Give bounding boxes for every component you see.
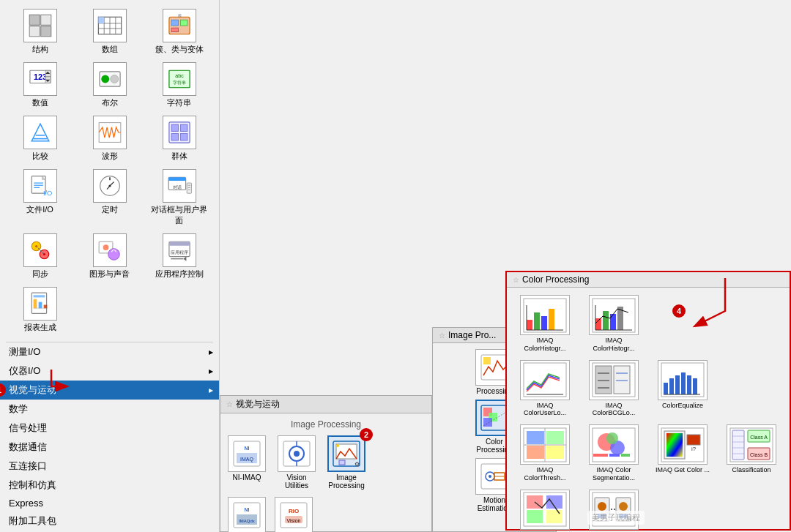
cluster-label: 簇、类与变体 xyxy=(155,44,204,55)
group-label: 群体 xyxy=(171,151,187,162)
menu-vision-motion[interactable]: 视觉与运动 ▶ 1 xyxy=(0,381,219,400)
svg-rect-112 xyxy=(534,312,540,330)
icon-numeric[interactable]: 123 数值 xyxy=(6,59,74,111)
svg-text:I/O: I/O xyxy=(42,189,52,197)
svg-rect-144 xyxy=(527,446,544,459)
addons-label: 附加工具包 xyxy=(9,514,56,528)
waveform-icon-box xyxy=(93,116,127,149)
badge-4: 4 xyxy=(672,304,686,318)
svg-text:⚙: ⚙ xyxy=(354,461,360,468)
icon-timing[interactable]: 定时 xyxy=(75,166,144,229)
vm-icon-imgproc[interactable]: ⚙ ImageProcessing 2 xyxy=(326,434,367,491)
svg-text:簇: 簇 xyxy=(177,13,181,18)
icon-cluster[interactable]: 簇 簇、类与变体 xyxy=(145,6,213,58)
icon-dialog[interactable]: 对话 对话框与用户界面 xyxy=(145,166,213,229)
cp-colorequalize[interactable]: ColorEqualize xyxy=(650,359,715,419)
appcontrol-label: 应用程序控制 xyxy=(155,269,204,280)
menu-interconnect[interactable]: 互连接口 xyxy=(0,457,219,476)
cp-colorthresh[interactable]: IMAQ ColorThresh... xyxy=(513,423,577,484)
icon-report[interactable]: 报表生成 xyxy=(6,284,74,336)
menu-express[interactable]: Express xyxy=(0,495,219,512)
vm-icon-visionrio[interactable]: RIO Vision Vision RIO xyxy=(273,495,314,532)
icon-appcontrol[interactable]: 应用程序 应用程序控制 xyxy=(145,231,213,282)
icon-sync[interactable]: 同步 xyxy=(6,231,74,282)
vm-icon-visionutil[interactable]: Vision Utilities xyxy=(273,434,320,491)
menu-arrow: ▶ xyxy=(209,368,213,375)
imgproc-label: ImageProcessing xyxy=(328,473,364,490)
coloruserlo-icon xyxy=(520,360,570,400)
svg-rect-88 xyxy=(339,460,345,465)
cp-colorbcglo[interactable]: IMAQ ColorBCGLo... xyxy=(582,359,646,419)
svg-rect-14 xyxy=(171,28,178,31)
cp-colormatch[interactable]: ? IMAQ ColorMatch xyxy=(582,488,646,532)
svg-rect-34 xyxy=(171,124,178,131)
waveform-label: 波形 xyxy=(102,151,118,162)
cp-colorhistog1[interactable]: IMAQ ColorHistogr... xyxy=(513,293,577,354)
string-icon-box: abc 字符串 xyxy=(163,62,196,96)
svg-rect-158 xyxy=(666,433,683,457)
cp-classification[interactable]: Class A Class B Classification xyxy=(719,423,784,484)
cp-getcolor[interactable]: i? IMAQ Get Color ... xyxy=(650,423,715,484)
icon-struct[interactable]: 结构 xyxy=(6,6,74,58)
watermark: 美男子玩编程 xyxy=(587,511,645,525)
badge-1: 1 xyxy=(0,383,6,397)
svg-rect-139 xyxy=(687,375,691,394)
cp-colorlearn[interactable]: IMAQ ColorLearn xyxy=(513,488,577,532)
sync-icon-box xyxy=(23,233,57,267)
cp-coloruserlo[interactable]: IMAQ ColorUserLo... xyxy=(513,359,577,419)
report-label: 报表生成 xyxy=(24,322,56,333)
icon-fileio[interactable]: I/O 文件I/O xyxy=(6,166,74,229)
svg-rect-135 xyxy=(664,383,668,394)
vm-icons-row-2: NI IMAQdx NI-IMAQdx RIO Vision Visi xyxy=(226,495,426,532)
svg-rect-145 xyxy=(546,431,564,444)
menu-signal-processing[interactable]: 信号处理 xyxy=(0,419,219,438)
menu-measurement-io[interactable]: 测量I/O ▶ xyxy=(0,342,219,361)
icon-waveform[interactable]: 波形 xyxy=(75,113,144,165)
menu-instrument-io[interactable]: 仪器I/O ▶ xyxy=(0,361,219,381)
color-proc-header: ☆ Color Processing xyxy=(507,272,790,288)
colorhistog2-icon xyxy=(589,295,639,335)
struct-label: 结构 xyxy=(32,44,48,55)
svg-rect-1 xyxy=(40,15,51,25)
cluster-icon-box: 簇 xyxy=(163,9,196,42)
vm-icon-niimaqx[interactable]: NI IMAQdx NI-IMAQdx xyxy=(226,495,267,532)
menu-arrow: ▶ xyxy=(209,387,213,394)
svg-rect-114 xyxy=(549,309,554,330)
svg-rect-138 xyxy=(681,372,686,394)
menu-math[interactable]: 数学 xyxy=(0,400,219,419)
appcontrol-icon-box: 应用程序 xyxy=(163,233,196,267)
icon-string[interactable]: abc 字符串 字符串 xyxy=(145,59,213,111)
cp-colorseg[interactable]: IMAQ Color Segmentatio... xyxy=(582,423,646,484)
sync-label: 同步 xyxy=(32,269,48,280)
svg-point-83 xyxy=(294,451,300,457)
icon-array[interactable]: 数组 xyxy=(75,6,144,58)
vm-section-label: Image Processing xyxy=(226,419,426,430)
menu-control-sim[interactable]: 控制和仿真 xyxy=(0,476,219,495)
svg-rect-154 xyxy=(609,454,620,457)
numeric-icon-box: 123 xyxy=(23,62,57,96)
color-proc-content: IMAQ ColorHistogr... IMAQ ColorHistogr..… xyxy=(507,288,790,532)
cp-colorhistog2[interactable]: IMAQ ColorHistogr... xyxy=(582,293,646,354)
graphics-label: 图形与声音 xyxy=(89,269,130,280)
svg-text:IMAQdx: IMAQdx xyxy=(239,519,255,523)
timing-icon-box xyxy=(93,169,127,203)
icon-compare[interactable]: 比较 xyxy=(6,113,74,165)
colorthresh-label: IMAQ ColorThresh... xyxy=(518,466,573,482)
img-proc-title: Image Pro... xyxy=(448,330,496,340)
interconnect-label: 互连接口 xyxy=(9,460,47,473)
vm-icon-niimaq[interactable]: NI IMAQ NI-IMAQ xyxy=(226,434,267,491)
vm-panel-header: ☆ 视觉与运动 xyxy=(220,396,431,413)
menu-data-comm[interactable]: 数据通信 xyxy=(0,438,219,457)
instrument-io-label: 仪器I/O xyxy=(9,364,40,378)
color-proc-panel: ☆ Color Processing IMAQ ColorHistogr... xyxy=(505,271,791,531)
menu-addons[interactable]: 附加工具包 xyxy=(0,512,219,531)
numeric-label: 数值 xyxy=(32,97,48,108)
svg-rect-119 xyxy=(603,311,609,330)
svg-rect-153 xyxy=(593,454,608,457)
icon-graphics[interactable]: 图形与声音 xyxy=(75,231,144,282)
sidebar-menu: 测量I/O ▶ 仪器I/O ▶ 视觉与运动 ▶ 1 数学 信号处理 数据通信 互… xyxy=(0,342,219,532)
icon-group[interactable]: 群体 xyxy=(145,113,213,165)
svg-rect-87 xyxy=(336,444,357,459)
colorseg-label: IMAQ Color Segmentatio... xyxy=(587,466,642,482)
icon-boolean[interactable]: 布尔 xyxy=(75,59,144,111)
